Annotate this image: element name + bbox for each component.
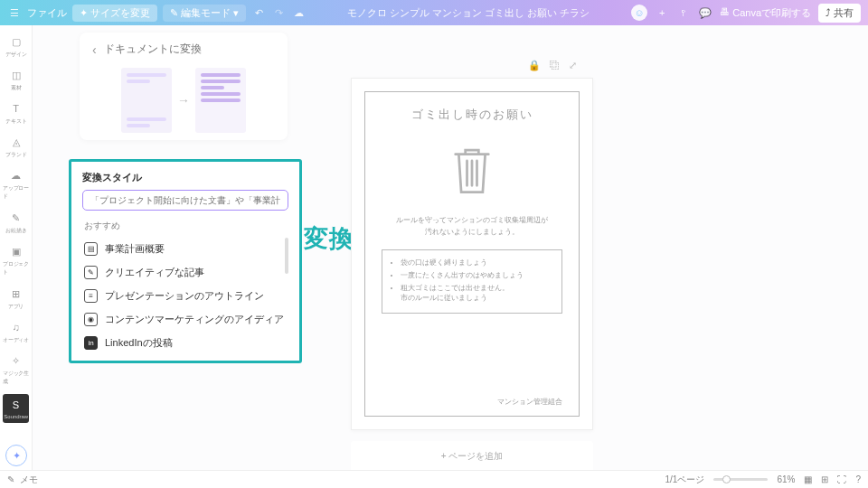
arrow-right-icon: →: [177, 93, 190, 108]
top-bar: ☰ ファイル ✦ サイズを変更 ✎ 編集モード ▾ ↶ ↷ ☁ モノクロ シンプ…: [0, 0, 868, 25]
notes-icon[interactable]: ✎: [7, 474, 14, 484]
doc-icon: ▤: [84, 242, 98, 256]
style-item-0[interactable]: ▤事業計画概要: [82, 238, 288, 260]
scrollbar[interactable]: [285, 238, 288, 274]
share-button[interactable]: ⤴ 共有: [818, 4, 861, 23]
lock-icon[interactable]: 🔒: [528, 60, 541, 71]
sidebar-apps[interactable]: ⊞アプリ: [0, 283, 32, 314]
style-selector: 変換スタイル おすすめ ▤事業計画概要 ✎クリエイティブな記事 ≡プレゼンテーシ…: [69, 159, 302, 363]
user-avatar[interactable]: ☺: [631, 5, 647, 21]
sidebar-elements[interactable]: ◫素材: [0, 64, 32, 96]
bulb-icon: ◉: [84, 313, 98, 326]
zoom-value[interactable]: 61%: [777, 474, 795, 484]
back-icon[interactable]: ‹: [92, 42, 97, 57]
duplicate-icon[interactable]: ⿻: [550, 60, 560, 71]
help-icon[interactable]: ?: [855, 474, 861, 484]
file-menu[interactable]: ファイル: [27, 6, 67, 20]
sidebar-text[interactable]: Tテキスト: [0, 98, 32, 129]
style-item-2[interactable]: ≡プレゼンテーションのアウトライン: [82, 285, 288, 307]
thumbnail-view-icon[interactable]: ⊞: [821, 474, 828, 484]
redo-icon[interactable]: ↷: [271, 5, 286, 20]
document-title[interactable]: モノクロ シンプル マンション ゴミ出し お願い チラシ: [306, 6, 631, 20]
style-title: 変換スタイル: [82, 171, 288, 184]
sidebar-magic[interactable]: ✧マジック生成: [0, 350, 32, 390]
expand-icon[interactable]: ⤢: [569, 60, 577, 71]
add-page-button[interactable]: + ページを追加: [351, 441, 593, 472]
style-item-4[interactable]: inLinkedInの投稿: [82, 332, 288, 354]
sidebar-brand[interactable]: ◬ブランド: [0, 131, 32, 163]
zoom-slider[interactable]: [713, 478, 768, 481]
sidebar-draw[interactable]: ✎お絵描き: [0, 207, 32, 239]
sidebar-audio[interactable]: ♫オーディオ: [0, 316, 32, 348]
undo-icon[interactable]: ↶: [251, 5, 266, 20]
style-item-3[interactable]: ◉コンテンツマーケティングのアイディア: [82, 308, 288, 331]
style-item-1[interactable]: ✎クリエイティブな記事: [82, 261, 288, 284]
doc-body: ルールを守ってマンションのゴミ収集場周辺が汚れないようにしましょう。: [396, 215, 548, 239]
sidebar-soundraw[interactable]: SSoundraw: [3, 394, 29, 423]
canvas-area: ‹ ドキュメントに変換 → 変換スタイル おすすめ ▤事業計画概要 ✎クリエイテ…: [33, 25, 868, 470]
doc-rules: 袋の口は硬く縛りましょう 一度にたくさん出すのはやめましょう 粗大ゴミはここでは…: [382, 249, 562, 314]
panel-title: ドキュメントに変換: [104, 42, 202, 57]
resize-button[interactable]: ✦ サイズを変更: [72, 5, 157, 22]
pen-icon: ✎: [84, 266, 98, 279]
fullscreen-icon[interactable]: ⛶: [837, 474, 846, 484]
print-button[interactable]: 🖶 Canvaで印刷する: [720, 6, 811, 20]
convert-preview: →: [92, 64, 275, 140]
analytics-icon[interactable]: ⫯: [676, 5, 691, 20]
plus-icon[interactable]: +: [655, 5, 669, 20]
trash-icon: [447, 141, 497, 199]
edit-mode-button[interactable]: ✎ 編集モード ▾: [163, 5, 246, 22]
doc-title: ゴミ出し時のお願い: [411, 107, 533, 123]
sidebar-projects[interactable]: ▣プロジェクト: [0, 240, 32, 281]
menu-icon[interactable]: ☰: [7, 5, 22, 20]
sidebar-upload[interactable]: ☁アップロード: [0, 164, 32, 205]
cloud-sync-icon: ☁: [291, 5, 306, 20]
document-page[interactable]: ゴミ出し時のお願い ルールを守ってマンションのゴミ収集場周辺が汚れないようにしま…: [351, 78, 593, 430]
convert-panel: ‹ ドキュメントに変換 →: [80, 33, 288, 140]
style-input[interactable]: [82, 190, 288, 211]
sidebar-design[interactable]: ▢デザイン: [0, 31, 32, 62]
doc-footer: マンション管理組合: [497, 397, 562, 407]
left-sidebar: ▢デザイン ◫素材 Tテキスト ◬ブランド ☁アップロード ✎お絵描き ▣プロジ…: [0, 25, 33, 470]
magic-fab[interactable]: ✦: [5, 445, 27, 466]
bottom-bar: ✎ メモ 1/1ページ 61% ▦ ⊞ ⛶ ?: [0, 470, 868, 488]
linkedin-icon: in: [84, 336, 98, 350]
list-icon: ≡: [84, 289, 98, 303]
page-toolbar: 🔒 ⿻ ⤢: [528, 60, 577, 71]
notes-label[interactable]: メモ: [20, 474, 38, 486]
grid-view-icon[interactable]: ▦: [804, 474, 812, 484]
recommend-label: おすすめ: [84, 220, 287, 232]
comment-icon[interactable]: 💬: [698, 5, 712, 20]
page-indicator[interactable]: 1/1ページ: [665, 474, 705, 486]
